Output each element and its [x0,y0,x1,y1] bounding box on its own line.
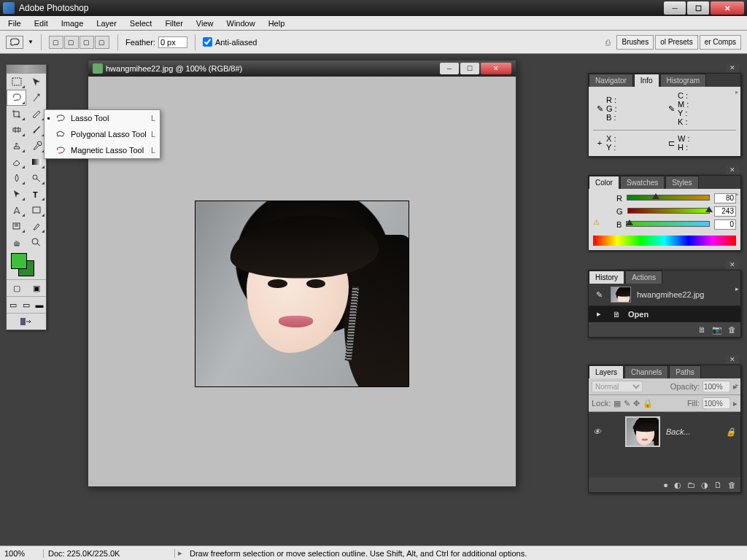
tool-move[interactable] [26,74,46,90]
tool-eyedropper[interactable] [26,218,46,234]
layer-style-icon[interactable]: ● [663,481,668,489]
flyout-magnetic-lasso[interactable]: Magnetic Lasso Tool L [44,142,160,158]
print-icon[interactable]: ⎙ [605,38,611,47]
panel-menu-icon[interactable]: ▸ [735,285,739,292]
color-spectrum[interactable] [593,236,736,246]
layer-row-background[interactable]: 👁 Back... 🔒 [589,412,740,451]
adjustment-layer-icon[interactable]: ◑ [701,481,708,490]
new-doc-from-state-icon[interactable]: 🗎 [698,325,706,334]
selection-add[interactable]: ▢ [64,36,79,49]
antialias-checkbox[interactable] [203,37,212,47]
tool-slice[interactable] [26,106,46,122]
menu-edit[interactable]: Edit [28,18,55,29]
delete-layer-icon[interactable]: 🗑 [728,481,736,489]
info-close[interactable]: ✕ [726,63,739,72]
tab-paths[interactable]: Paths [669,365,701,378]
mode-standard[interactable]: ▢ [7,280,26,296]
layers-close[interactable]: ✕ [726,355,739,364]
selection-subtract[interactable]: ▢ [80,36,94,49]
status-menu-icon[interactable]: ▸ [175,548,185,558]
doc-minimize[interactable]: ─ [440,63,459,74]
visibility-icon[interactable]: 👁 [593,427,605,436]
value-g[interactable]: 243 [714,206,736,217]
menu-view[interactable]: View [190,18,220,29]
slider-g[interactable] [627,208,710,215]
tool-lasso[interactable] [7,90,26,106]
screen-full-menu[interactable]: ▭ [20,297,33,313]
selection-intersect[interactable]: ▢ [95,36,109,49]
canvas[interactable] [195,201,409,387]
zoom-field[interactable]: 100% [0,549,44,558]
lock-transparent-icon[interactable]: ▦ [614,399,621,408]
color-swatches[interactable] [7,250,46,279]
palette-layer-comps[interactable]: er Comps [700,35,741,50]
palette-brushes[interactable]: Brushes [616,35,654,50]
screen-full[interactable]: ▬ [33,297,46,313]
foreground-color[interactable] [11,253,27,269]
tab-histogram[interactable]: Histogram [660,74,707,87]
tool-notes[interactable] [7,218,26,234]
blend-mode-select[interactable]: Normal [592,381,643,392]
tab-color[interactable]: Color [589,176,619,189]
tab-styles[interactable]: Styles [665,176,698,189]
tool-eraser[interactable] [7,154,26,170]
menu-window[interactable]: Window [220,18,262,29]
tool-dodge[interactable] [26,170,46,186]
tool-clone-stamp[interactable] [7,138,26,154]
tool-shape[interactable] [26,202,46,218]
close-button[interactable]: ✕ [711,1,744,15]
palette-grip[interactable] [7,65,46,74]
history-step-open[interactable]: ▸ 🗎 Open [589,306,740,322]
tool-healing-brush[interactable] [7,122,26,138]
tool-path-select[interactable] [7,186,26,202]
new-snapshot-icon[interactable]: 📷 [712,325,722,335]
opacity-input[interactable] [703,381,730,392]
jump-imageready[interactable] [7,314,46,330]
tab-channels[interactable]: Channels [624,365,668,378]
lock-position-icon[interactable]: ✥ [633,399,640,408]
menu-select[interactable]: Select [123,18,159,29]
fill-input[interactable] [703,397,730,409]
menu-file[interactable]: File [1,18,28,29]
tab-navigator[interactable]: Navigator [589,74,633,87]
tool-zoom[interactable] [26,234,46,250]
doc-close[interactable]: ✕ [481,63,511,74]
panel-menu-icon[interactable]: ▸ [735,88,739,96]
feather-input[interactable] [158,36,187,48]
slider-b[interactable] [626,221,710,228]
tool-brush[interactable] [26,122,46,138]
tab-actions[interactable]: Actions [625,271,662,284]
lock-all-icon[interactable]: 🔒 [643,399,653,408]
slider-r[interactable] [627,195,710,202]
new-set-icon[interactable]: 🗀 [687,481,695,489]
tool-rect-marquee[interactable] [7,74,26,90]
lock-pixels-icon[interactable]: ✎ [624,399,630,408]
mode-quickmask[interactable]: ▣ [26,280,46,296]
tool-gradient[interactable] [26,154,46,170]
delete-state-icon[interactable]: 🗑 [728,325,736,334]
tool-magic-wand[interactable] [26,90,46,106]
palette-tool-presets[interactable]: ol Presets [655,35,697,50]
gamut-warning-icon[interactable]: ⚠ [593,218,600,226]
value-b[interactable]: 0 [714,219,736,230]
menu-filter[interactable]: Filter [158,18,189,29]
history-snapshot[interactable]: ✎ hwangmihee22.jpg [589,284,740,306]
tool-type[interactable]: T [26,186,46,202]
tool-hand[interactable] [7,234,26,250]
menu-layer[interactable]: Layer [90,18,123,29]
selection-new[interactable]: ▢ [49,36,63,49]
tab-info[interactable]: Info [634,74,659,87]
doc-maximize[interactable]: ☐ [460,63,479,74]
menu-help[interactable]: Help [262,18,292,29]
maximize-button[interactable]: ☐ [687,1,709,15]
flyout-lasso[interactable]: Lasso Tool L [44,110,160,126]
tool-pen[interactable] [7,202,26,218]
tool-history-brush[interactable] [26,138,46,154]
active-tool-preset[interactable] [6,36,23,49]
antialias-toggle[interactable]: Anti-aliased [203,37,257,47]
new-layer-icon[interactable]: 🗋 [714,481,722,489]
menu-image[interactable]: Image [55,18,90,29]
panel-menu-icon[interactable]: ▸ [735,381,739,389]
panel-menu-icon[interactable]: ▸ [735,190,739,198]
layer-mask-icon[interactable]: ◐ [674,481,681,490]
